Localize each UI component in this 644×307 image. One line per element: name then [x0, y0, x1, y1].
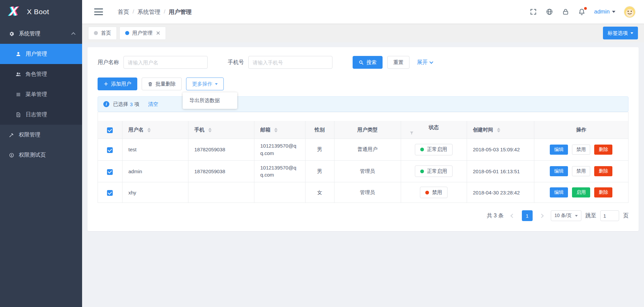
- users-table: 用户名 手机 邮箱 性: [98, 121, 628, 203]
- tab-user-management[interactable]: 用户管理: [119, 27, 166, 40]
- sidebar-item-logs[interactable]: 日志管理: [0, 104, 82, 125]
- sort-icon[interactable]: [497, 128, 500, 132]
- sidebar-item-users[interactable]: 用户管理: [0, 44, 82, 64]
- language-globe-icon[interactable]: [546, 8, 553, 16]
- delete-button[interactable]: 删除: [594, 187, 612, 197]
- info-icon: [103, 101, 109, 107]
- sort-icon[interactable]: [208, 128, 212, 132]
- table-row: xhy 女 管理员 禁用 2018-04-30 23:: [98, 182, 628, 203]
- tab-home[interactable]: 首页: [88, 27, 117, 40]
- more-actions-button[interactable]: 更多操作: [186, 78, 224, 90]
- tag-options-label: 标签选项: [608, 30, 628, 36]
- jump-to-label: 跳至: [585, 212, 596, 219]
- jump-to-page-input[interactable]: [600, 210, 619, 221]
- status-dot-enabled: [420, 170, 424, 173]
- hammer-icon: [9, 132, 14, 138]
- page-size-value: 10 条/页: [554, 213, 572, 219]
- username-search-input[interactable]: [123, 56, 208, 69]
- batch-delete-label: 批量删除: [155, 81, 176, 87]
- tag-options-button[interactable]: 标签选项: [603, 27, 638, 39]
- filter-funnel-icon[interactable]: [409, 131, 414, 135]
- header-user-type: 用户类型: [334, 121, 401, 139]
- avatar[interactable]: [624, 6, 635, 18]
- top-header: 首页 / 系统管理 / 用户管理: [82, 0, 644, 24]
- select-all-checkbox[interactable]: [107, 127, 113, 133]
- header-status[interactable]: 状态: [401, 121, 467, 139]
- cell-created-time: 2018-05-01 16:13:51: [473, 168, 520, 174]
- cell-username: xhy: [129, 190, 136, 195]
- user-icon: [15, 51, 21, 57]
- sidebar-item-label: 用户管理: [26, 51, 75, 58]
- fullscreen-icon[interactable]: [530, 8, 537, 16]
- edit-button[interactable]: 编辑: [550, 145, 568, 155]
- sort-icon[interactable]: [274, 128, 278, 132]
- expand-link-label: 展开: [417, 59, 428, 66]
- search-icon: [359, 60, 364, 65]
- expand-link[interactable]: 展开: [417, 59, 433, 66]
- delete-button[interactable]: 删除: [594, 166, 612, 176]
- row-checkbox[interactable]: [107, 147, 113, 153]
- notifications-bell-icon[interactable]: [578, 8, 585, 16]
- cell-gender: 男: [317, 146, 322, 152]
- phone-search-input[interactable]: [248, 56, 332, 69]
- chevron-down-icon: [215, 83, 218, 85]
- breadcrumb-separator: /: [164, 8, 166, 15]
- lock-icon[interactable]: [562, 8, 569, 16]
- breadcrumb-system[interactable]: 系统管理: [138, 8, 160, 16]
- sidebar-item-menus[interactable]: 菜单管理: [0, 84, 82, 104]
- export-selected-menu-item[interactable]: 导出所选数据: [183, 94, 237, 107]
- search-form: 用户名称 手机号 搜索 重置 展开: [98, 56, 629, 69]
- gear-icon: [9, 31, 14, 37]
- add-user-button[interactable]: 添加用户: [98, 78, 137, 90]
- chevron-down-icon: [575, 215, 578, 217]
- users-table-wrap: 用户名 手机 邮箱 性: [98, 112, 629, 203]
- table-row: test 18782059038 1012139570@qq.com 男 普通用…: [98, 139, 628, 161]
- next-page-button[interactable]: [537, 210, 547, 221]
- sidebar-item-system[interactable]: 系统管理: [0, 24, 82, 44]
- edit-button[interactable]: 编辑: [550, 187, 568, 197]
- row-checkbox[interactable]: [107, 169, 113, 175]
- selection-alert: 已选择 3 项 清空: [98, 96, 629, 112]
- batch-delete-button[interactable]: 批量删除: [142, 78, 182, 90]
- header-email[interactable]: 邮箱: [254, 121, 305, 139]
- users-icon: [15, 71, 21, 77]
- search-button[interactable]: 搜索: [353, 56, 383, 69]
- sidebar-item-roles[interactable]: 角色管理: [0, 64, 82, 84]
- selected-count: 3: [130, 101, 133, 107]
- edit-button[interactable]: 编辑: [550, 166, 568, 176]
- cell-phone: 18782059038: [194, 147, 225, 152]
- header-created-time[interactable]: 创建时间: [467, 121, 534, 139]
- more-actions-label: 更多操作: [192, 81, 212, 87]
- sidebar-item-label: 日志管理: [26, 111, 75, 118]
- enable-button[interactable]: 启用: [572, 187, 590, 197]
- hamburger-menu-icon[interactable]: [94, 8, 103, 15]
- page-unit-label: 页: [623, 212, 629, 219]
- logo-text: X Boot: [27, 8, 49, 16]
- user-management-card: 用户名称 手机号 搜索 重置 展开: [87, 47, 639, 231]
- delete-button[interactable]: 删除: [594, 145, 612, 155]
- chevron-down-icon: [429, 60, 433, 64]
- breadcrumb-home[interactable]: 首页: [118, 8, 129, 16]
- logo-x-icon: [7, 4, 22, 19]
- plus-icon: [104, 82, 108, 86]
- row-checkbox[interactable]: [107, 190, 113, 196]
- sidebar-item-permissions[interactable]: 权限管理: [0, 125, 82, 145]
- sidebar-item-permission-test[interactable]: 权限测试页: [0, 145, 82, 165]
- total-count-text: 共 3 条: [487, 212, 504, 219]
- phone-field-label: 手机号: [228, 59, 244, 66]
- page-size-select[interactable]: 10 条/页: [551, 210, 581, 221]
- clear-selection-link[interactable]: 清空: [148, 101, 158, 108]
- app-root: X Boot 系统管理 用户管理 角色管理: [0, 0, 644, 307]
- sort-icon[interactable]: [147, 128, 151, 132]
- cell-phone: 18782059038: [194, 168, 225, 174]
- prev-page-button[interactable]: [508, 210, 518, 221]
- header-username[interactable]: 用户名: [122, 121, 188, 139]
- header-phone[interactable]: 手机: [188, 121, 254, 139]
- close-icon[interactable]: [156, 31, 160, 35]
- page-number-button[interactable]: 1: [522, 210, 533, 221]
- disable-button[interactable]: 禁用: [572, 166, 590, 176]
- reset-button[interactable]: 重置: [387, 56, 409, 69]
- disable-button[interactable]: 禁用: [572, 145, 590, 155]
- user-menu[interactable]: admin: [594, 8, 615, 15]
- status-badge: 禁用: [420, 187, 448, 198]
